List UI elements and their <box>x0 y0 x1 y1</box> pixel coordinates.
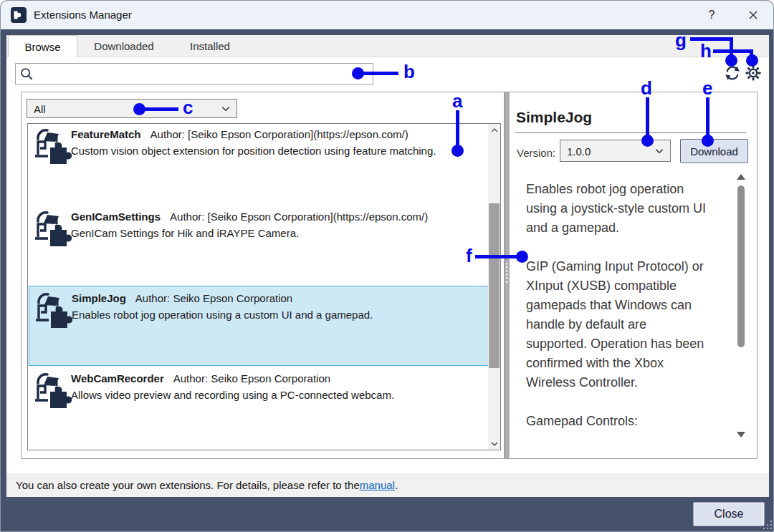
annotation-b: b <box>403 62 415 81</box>
extensions-list: FeatureMatchAuthor: [Seiko Epson Corpora… <box>27 123 501 450</box>
annotation-f-line <box>475 255 518 258</box>
help-button[interactable]: ? <box>700 5 723 25</box>
extension-name: WebCamRecorder <box>71 372 164 385</box>
chevron-up-icon <box>491 128 498 132</box>
app-puzzle-icon <box>11 7 27 23</box>
list-scrollbar-thumb[interactable] <box>489 203 500 368</box>
info-text: You can also create your own extensions.… <box>16 479 360 491</box>
annotation-d-dot <box>641 135 654 147</box>
list-item-featurematch[interactable]: FeatureMatchAuthor: [Seiko Epson Corpora… <box>29 123 489 203</box>
extensions-manager-window: Extensions Manager ? Browse Downloaded I… <box>0 0 774 532</box>
extension-name: SimpleJog <box>72 292 126 304</box>
extension-author: Author: [Seiko Epson Corporation](https:… <box>170 211 428 223</box>
search-box[interactable] <box>15 63 373 84</box>
tab-downloaded[interactable]: Downloaded <box>77 35 171 57</box>
settings-button[interactable] <box>744 64 763 82</box>
info-text-suffix: . <box>395 479 398 491</box>
detail-title: SimpleJog <box>516 109 592 126</box>
resize-grip-icon[interactable] <box>762 519 773 531</box>
category-filter-value: All <box>34 102 46 115</box>
splitter-grip-icon <box>505 263 508 283</box>
annotation-c-line <box>143 107 178 111</box>
annotation-a-line <box>456 110 459 145</box>
desc-scroll-down-icon[interactable] <box>737 432 745 437</box>
annotation-e-dot <box>702 135 714 147</box>
close-button[interactable]: Close <box>693 502 765 526</box>
close-icon <box>749 11 758 19</box>
annotation-c: c <box>183 98 193 117</box>
annotation-a: a <box>452 92 462 110</box>
scroll-down-button[interactable] <box>488 437 500 450</box>
annotation-g: g <box>675 31 687 49</box>
detail-description: Enables robot jog operation using a joys… <box>526 180 735 431</box>
robot-puzzle-icon <box>33 208 72 246</box>
robot-puzzle-icon <box>33 125 72 164</box>
annotation-h-dot <box>746 54 758 67</box>
extension-description: Enables robot jog operation using a cust… <box>72 307 473 323</box>
annotation-g-dot <box>725 54 737 67</box>
annotation-e: e <box>702 79 712 97</box>
annotation-e-line <box>706 97 710 136</box>
extension-name: GenICamSettings <box>71 211 161 223</box>
info-bar: You can also create your own extensions.… <box>6 473 769 497</box>
version-dropdown[interactable]: 1.0.0 <box>560 140 671 162</box>
download-button[interactable]: Download <box>680 139 748 163</box>
extension-description: Allows video preview and recording using… <box>71 387 472 403</box>
version-value: 1.0.0 <box>567 145 591 157</box>
category-filter-dropdown[interactable]: All <box>27 99 237 118</box>
robot-puzzle-icon <box>34 289 72 328</box>
item-title-row: FeatureMatchAuthor: [Seiko Epson Corpora… <box>71 128 472 140</box>
annotation-a-dot <box>452 145 464 157</box>
list-scrollbar[interactable] <box>488 124 500 450</box>
annotation-b-dot <box>352 67 364 79</box>
annotation-d: d <box>641 79 652 97</box>
refresh-button[interactable] <box>723 64 742 82</box>
extension-description: GenICam Settings for Hik and iRAYPE Came… <box>71 226 472 241</box>
title-bar: Extensions Manager ? <box>1 1 774 29</box>
chevron-down-icon <box>491 442 498 446</box>
annotation-g-line-h <box>690 37 733 41</box>
item-title-row: SimpleJogAuthor: Seiko Epson Corporation <box>72 292 473 304</box>
list-item-simplejog[interactable]: SimpleJogAuthor: Seiko Epson Corporation… <box>29 286 489 366</box>
annotation-f-dot <box>516 251 528 263</box>
chevron-down-icon <box>655 148 664 153</box>
desc-scroll-up-icon[interactable] <box>737 174 745 180</box>
item-title-row: WebCamRecorderAuthor: Seiko Epson Corpor… <box>71 372 472 385</box>
annotation-h-line-h <box>713 49 753 53</box>
extension-author: Author: Seiko Epson Corporation <box>135 292 292 304</box>
extension-name: FeatureMatch <box>71 128 141 140</box>
scroll-up-button[interactable] <box>488 124 500 136</box>
annotation-f: f <box>466 246 472 265</box>
annotation-b-line <box>362 72 398 75</box>
list-item-webcamrecorder[interactable]: WebCamRecorderAuthor: Seiko Epson Corpor… <box>29 367 489 447</box>
gear-icon <box>745 64 762 82</box>
tab-installed[interactable]: Installed <box>171 35 249 57</box>
annotation-g-line-v <box>730 37 733 57</box>
item-title-row: GenICamSettingsAuthor: [Seiko Epson Corp… <box>71 211 472 223</box>
detail-divider <box>515 132 746 133</box>
tab-browse[interactable]: Browse <box>8 35 77 57</box>
titlebar-close-button[interactable] <box>742 5 765 25</box>
extension-author: Author: [Seiko Epson Corporation](https:… <box>150 128 408 140</box>
annotation-d-line <box>646 97 649 136</box>
extension-author: Author: Seiko Epson Corporation <box>173 372 330 385</box>
list-item-genicamsettings[interactable]: GenICamSettingsAuthor: [Seiko Epson Corp… <box>29 205 489 285</box>
search-icon <box>20 67 33 80</box>
refresh-icon <box>724 64 741 82</box>
version-label: Version: <box>517 147 555 159</box>
desc-scrollbar-thumb[interactable] <box>737 185 745 347</box>
search-input[interactable] <box>37 64 367 83</box>
window-title: Extensions Manager <box>34 1 132 29</box>
annotation-h: h <box>700 42 712 60</box>
annotation-c-dot <box>133 103 145 115</box>
chevron-down-icon <box>221 106 230 111</box>
manual-link[interactable]: manual <box>360 479 395 491</box>
robot-puzzle-icon <box>33 369 72 408</box>
extension-description: Custom vision object extension for posit… <box>71 143 472 159</box>
